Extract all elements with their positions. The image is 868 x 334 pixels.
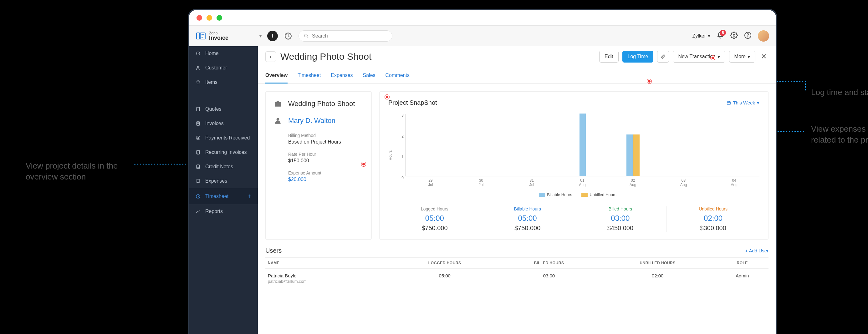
chart-icon xyxy=(195,209,201,214)
quick-add-button[interactable]: + xyxy=(267,31,278,41)
stat-money: $750.000 xyxy=(392,225,478,232)
back-button[interactable]: ‹ xyxy=(265,51,276,62)
stat-money: $300.000 xyxy=(670,225,756,232)
rate-value: $150.000 xyxy=(288,158,364,164)
table-row[interactable]: Patricia Boylepatriciab@zillum.com05:000… xyxy=(265,268,769,288)
settings-button[interactable] xyxy=(730,32,738,40)
tab-overview[interactable]: Overview xyxy=(265,69,287,84)
sidebar-item-label: Credit Notes xyxy=(205,164,233,169)
sidebar: Home Customer Items Quotes Invoices Pa xyxy=(189,46,258,334)
more-button[interactable]: More▾ xyxy=(729,51,755,63)
svg-rect-18 xyxy=(196,151,199,154)
avatar[interactable] xyxy=(758,30,769,42)
search-input[interactable] xyxy=(312,33,387,39)
window-minimize-icon[interactable] xyxy=(207,15,212,21)
sidebar-item-payments[interactable]: Payments Received xyxy=(189,131,258,145)
stat-money: $450.000 xyxy=(577,225,664,232)
repeat-icon xyxy=(195,149,201,155)
search-box[interactable] xyxy=(299,30,392,42)
close-button[interactable]: ✕ xyxy=(759,51,769,63)
org-name: Zylker xyxy=(692,33,706,39)
bar-unbilled xyxy=(633,134,640,176)
cell-logged: 05:00 xyxy=(391,268,499,288)
svg-line-7 xyxy=(307,37,308,38)
svg-point-8 xyxy=(733,34,735,36)
recent-icon[interactable] xyxy=(283,31,293,41)
paperclip-icon xyxy=(660,54,665,59)
window-maximize-icon[interactable] xyxy=(217,15,222,21)
col-logged: LOGGED HOURS xyxy=(391,257,499,268)
customer-link[interactable]: Mary D. Walton xyxy=(288,116,335,125)
users-table: NAME LOGGED HOURS BILLED HOURS UNBILLED … xyxy=(265,257,769,288)
x-tick: 02Aug xyxy=(608,176,658,187)
bar-group xyxy=(580,113,586,176)
svg-rect-13 xyxy=(196,107,199,111)
edit-button[interactable]: Edit xyxy=(599,51,619,63)
sidebar-item-items[interactable]: Items xyxy=(189,75,258,90)
stat-label: Billable Hours xyxy=(485,206,571,211)
project-snapshot-card: Project SnapShot This Week ▾ Hours 0123 … xyxy=(379,91,769,239)
col-billed: BILLED HOURS xyxy=(499,257,599,268)
logo-icon xyxy=(196,31,206,41)
y-tick: 3 xyxy=(396,113,404,118)
stat-hours: 05:00 xyxy=(392,214,478,223)
stat-label: Unbilled Hours xyxy=(670,206,756,211)
x-tick: 31Jul xyxy=(506,176,557,187)
log-time-button[interactable]: Log Time xyxy=(622,51,654,63)
users-title: Users xyxy=(265,247,282,254)
sidebar-item-label: Timesheet xyxy=(205,194,228,199)
topbar: Zoho Invoice ▾ + Zylker ▾ 5 xyxy=(189,26,776,46)
cell-billed: 03:00 xyxy=(499,268,599,288)
sidebar-item-customer[interactable]: Customer xyxy=(189,61,258,75)
notification-badge: 5 xyxy=(720,30,726,36)
col-role: ROLE xyxy=(716,257,769,268)
expense-value[interactable]: $20.000 xyxy=(288,177,364,182)
col-name: NAME xyxy=(265,257,391,268)
tab-expenses[interactable]: Expenses xyxy=(331,69,353,84)
chevron-down-icon: ▾ xyxy=(717,54,720,60)
sidebar-item-expenses[interactable]: Expenses xyxy=(189,174,258,188)
sidebar-item-invoices[interactable]: Invoices xyxy=(189,116,258,131)
users-section: Users + Add User NAME LOGGED HOURS BILLE… xyxy=(258,247,776,301)
sidebar-item-reports[interactable]: Reports xyxy=(189,204,258,219)
x-tick: 01Aug xyxy=(557,176,608,187)
sidebar-item-quotes[interactable]: Quotes xyxy=(189,102,258,116)
calendar-icon xyxy=(726,101,731,105)
tab-timesheet[interactable]: Timesheet xyxy=(298,69,321,84)
org-switcher[interactable]: Zylker ▾ xyxy=(692,33,710,39)
x-tick: 29Jul xyxy=(405,176,456,187)
sidebar-item-recurring[interactable]: Recurring Invoices xyxy=(189,145,258,160)
app-window: Zoho Invoice ▾ + Zylker ▾ 5 xyxy=(188,9,777,334)
chevron-down-icon: ▾ xyxy=(747,54,750,60)
legend-billable: Billable Hours xyxy=(547,192,572,197)
help-button[interactable] xyxy=(744,32,752,40)
sidebar-item-home[interactable]: Home xyxy=(189,46,258,61)
y-tick: 2 xyxy=(396,134,404,138)
sidebar-item-label: Home xyxy=(205,51,219,56)
stat-label: Logged Hours xyxy=(392,206,478,211)
notifications-button[interactable]: 5 xyxy=(717,32,724,40)
tab-sales[interactable]: Sales xyxy=(363,69,375,84)
sidebar-item-label: Payments Received xyxy=(205,135,250,141)
attachment-button[interactable] xyxy=(657,51,669,63)
svg-point-6 xyxy=(305,34,307,37)
sidebar-item-timesheet[interactable]: Timesheet + xyxy=(189,188,258,204)
svg-rect-0 xyxy=(196,33,199,39)
date-range-picker[interactable]: This Week ▾ xyxy=(726,100,760,106)
x-tick: 04Aug xyxy=(709,176,760,187)
bag-icon xyxy=(195,79,201,85)
window-titlebar xyxy=(189,10,776,26)
cell-role: Admin xyxy=(716,268,769,288)
invoice-icon xyxy=(195,121,201,126)
user-email: patriciab@zillum.com xyxy=(268,279,388,283)
tab-comments[interactable]: Comments xyxy=(385,69,410,84)
add-user-button[interactable]: + Add User xyxy=(745,248,769,253)
window-close-icon[interactable] xyxy=(196,15,202,21)
sidebar-item-credit-notes[interactable]: Credit Notes xyxy=(189,160,258,174)
bar-billable xyxy=(626,134,633,176)
add-timesheet-icon[interactable]: + xyxy=(248,193,252,200)
new-transaction-button[interactable]: New Transaction▾ xyxy=(673,51,725,63)
logo[interactable]: Zoho Invoice ▾ xyxy=(196,31,261,41)
hours-chart: Hours 0123 29Jul30Jul31Jul01Aug02Aug03Au… xyxy=(388,114,760,197)
page-header: ‹ Wedding Photo Shoot Edit Log Time New … xyxy=(258,46,776,63)
